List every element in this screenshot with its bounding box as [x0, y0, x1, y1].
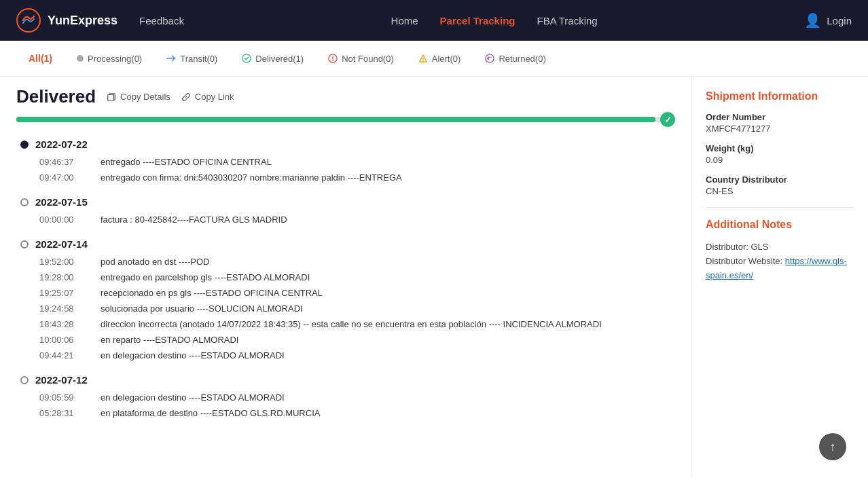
filter-processing-label: Processing(0): [88, 54, 142, 64]
filter-transit-label: Transit(0): [180, 54, 217, 64]
alert-icon: [418, 54, 428, 63]
timeline-entry: 10:00:06 en reparto ----ESTADO ALMORADI: [39, 335, 675, 345]
timeline-time: 19:25:07: [39, 288, 87, 298]
timeline-time: 19:52:00: [39, 257, 87, 267]
timeline-group-0: 2022-07-22 09:46:37 entregado ----ESTADO…: [22, 138, 675, 183]
filter-tab-not-found[interactable]: Not Found(0): [316, 50, 406, 68]
timeline-time: 00:00:00: [39, 215, 87, 225]
additional-notes-title: Additional Notes: [706, 219, 854, 231]
scroll-to-top-button[interactable]: ↑: [819, 433, 846, 460]
timeline-desc: en delegacion destino ----ESTADO ALMORAD…: [101, 392, 675, 403]
timeline-time: 19:24:58: [39, 303, 87, 314]
timeline-desc: entregado con firma: dni:5403030207 nomb…: [101, 172, 675, 183]
svg-rect-4: [108, 94, 114, 100]
timeline-entries-3: 09:05:59 en delegacion destino ----ESTAD…: [22, 392, 675, 418]
timeline-time: 09:47:00: [39, 172, 87, 183]
filter-tab-processing[interactable]: Processing(0): [65, 50, 154, 68]
timeline-entry: 00:00:00 factura : 80-425842----FACTURA …: [39, 215, 675, 225]
progress-bar: [16, 117, 675, 122]
returned-icon: [485, 54, 494, 63]
distributor-value: GLS: [751, 242, 768, 252]
timeline-date-dot-0: [20, 141, 29, 149]
header-left: YunExpress Feedback: [16, 8, 184, 33]
filter-alert-label: Alert(0): [432, 54, 461, 64]
processing-dot: [77, 55, 84, 62]
nav-parcel-tracking[interactable]: Parcel Tracking: [440, 15, 516, 26]
timeline-group-3: 2022-07-12 09:05:59 en delegacion destin…: [22, 374, 675, 418]
timeline-desc: direccion incorrecta (anotado 14/07/2022…: [101, 319, 675, 329]
order-number-value: XMFCF4771277: [706, 124, 854, 134]
timeline-desc: recepcionado en ps gls ----ESTADO OFICIN…: [101, 288, 675, 298]
filter-tab-transit[interactable]: Transit(0): [154, 50, 230, 68]
timeline: 2022-07-22 09:46:37 entregado ----ESTADO…: [16, 138, 675, 418]
timeline-date-0: 2022-07-22: [22, 138, 675, 150]
timeline-desc: entregado ----ESTADO OFICINA CENTRAL: [101, 157, 675, 167]
filter-returned-label: Returned(0): [499, 54, 545, 64]
status-bar: Delivered Copy Details Copy Link: [16, 77, 675, 111]
copy-details-icon: [107, 92, 116, 102]
filter-not-found-label: Not Found(0): [342, 54, 394, 64]
timeline-entry: 09:05:59 en delegacion destino ----ESTAD…: [39, 392, 675, 403]
progress-dot: [660, 112, 675, 127]
distributor-website-label: Distributor Website:: [706, 256, 782, 266]
timeline-time: 09:44:21: [39, 350, 87, 360]
main-content: Delivered Copy Details Copy Link 2022-07…: [0, 77, 868, 477]
timeline-date-2: 2022-07-14: [22, 238, 675, 250]
weight-label: Weight (kg): [706, 143, 854, 153]
country-distributor-label: Country Distributor: [706, 174, 854, 185]
shipment-info-title: Shipment Information: [706, 90, 854, 103]
svg-point-3: [486, 54, 494, 62]
timeline-group-2: 2022-07-14 19:52:00 pod anotado en dst -…: [22, 238, 675, 360]
timeline-date-3: 2022-07-12: [22, 374, 675, 386]
info-panel: Shipment Information Order Number XMFCF4…: [691, 77, 868, 477]
info-divider: [706, 207, 854, 208]
additional-notes-content: Distributor: GLS Distributor Website: ht…: [706, 240, 854, 282]
timeline-entries-0: 09:46:37 entregado ----ESTADO OFICINA CE…: [22, 157, 675, 183]
timeline-entry: 09:46:37 entregado ----ESTADO OFICINA CE…: [39, 157, 675, 167]
timeline-time: 09:46:37: [39, 157, 87, 167]
copy-details-label: Copy Details: [120, 92, 170, 102]
copy-link-action[interactable]: Copy Link: [181, 92, 234, 102]
timeline-entry: 05:28:31 en plataforma de destino ----ES…: [39, 408, 675, 418]
weight-field: Weight (kg) 0.09: [706, 143, 854, 165]
order-number-field: Order Number XMFCF4771277: [706, 112, 854, 134]
country-distributor-value: CN-ES: [706, 186, 854, 196]
timeline-desc: en delegacion destino ----ESTADO ALMORAD…: [101, 350, 675, 360]
progress-bar-fill: [16, 117, 655, 122]
timeline-entry: 09:44:21 en delegacion destino ----ESTAD…: [39, 350, 675, 360]
login-label: Login: [827, 15, 852, 26]
timeline-date-dot-1: [20, 198, 29, 206]
nav-home[interactable]: Home: [391, 15, 418, 26]
status-label: Delivered: [16, 86, 96, 107]
timeline-date-dot-3: [20, 376, 29, 384]
copy-details-action[interactable]: Copy Details: [107, 92, 170, 102]
timeline-time: 19:28:00: [39, 272, 87, 282]
login-area[interactable]: 👤 Login: [804, 12, 852, 29]
filter-tab-returned[interactable]: Returned(0): [473, 50, 558, 68]
timeline-desc: factura : 80-425842----FACTURA GLS MADRI…: [101, 215, 675, 225]
filter-delivered-label: Delivered(1): [255, 54, 304, 64]
logo[interactable]: YunExpress: [16, 8, 117, 33]
filter-all-label: All(1): [29, 53, 52, 64]
copy-link-icon: [181, 92, 191, 102]
main-nav: Home Parcel Tracking FBA Tracking: [391, 15, 598, 26]
timeline-desc: solucionada por usuario ----SOLUCION ALM…: [101, 303, 675, 314]
delivered-icon: [242, 54, 251, 63]
filter-tab-delivered[interactable]: Delivered(1): [230, 50, 316, 68]
user-icon: 👤: [804, 12, 821, 29]
timeline-time: 05:28:31: [39, 408, 87, 418]
filter-tab-all[interactable]: All(1): [16, 49, 65, 68]
timeline-time: 10:00:06: [39, 335, 87, 345]
nav-fba-tracking[interactable]: FBA Tracking: [537, 15, 597, 26]
copy-link-label: Copy Link: [195, 92, 234, 102]
timeline-entry: 19:25:07 recepcionado en ps gls ----ESTA…: [39, 288, 675, 298]
filter-tab-alert[interactable]: Alert(0): [406, 50, 473, 68]
timeline-entries-1: 00:00:00 factura : 80-425842----FACTURA …: [22, 215, 675, 225]
logo-text: YunExpress: [48, 14, 117, 28]
country-distributor-field: Country Distributor CN-ES: [706, 174, 854, 196]
feedback-link[interactable]: Feedback: [139, 15, 184, 26]
timeline-date-1: 2022-07-15: [22, 196, 675, 208]
timeline-time: 09:05:59: [39, 392, 87, 403]
timeline-date-dot-2: [20, 240, 29, 248]
order-number-label: Order Number: [706, 112, 854, 122]
